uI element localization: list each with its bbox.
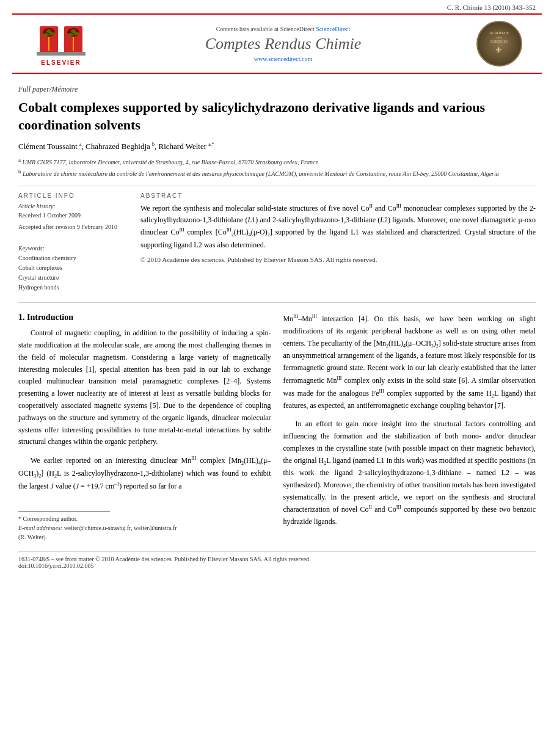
- journal-bar: C. R. Chimie 13 (2010) 343–352: [0, 0, 554, 13]
- svg-point-9: [67, 33, 73, 37]
- article-history-label: Article history:: [18, 203, 128, 209]
- abstract-copyright: © 2010 Académie des sciences. Published …: [140, 256, 536, 263]
- academy-emblem-icon: ACADÉMIE DES SCIENCES ⚜: [476, 21, 522, 67]
- right-paragraph-2: In an effort to gain more insight into t…: [283, 418, 536, 528]
- keyword-4: Hydrogen bonds: [18, 283, 128, 293]
- footer-issn: 1631-0748/$ – see front matter © 2010 Ac…: [18, 556, 536, 562]
- section-divider: [18, 302, 536, 303]
- affiliation-a: a UMR CNRS 7177, laboratoire Decomet, un…: [18, 156, 536, 167]
- journal-website: www.sciencedirect.com: [98, 56, 468, 62]
- abstract-heading: ABSTRACT: [140, 192, 536, 199]
- footnote-divider: [18, 511, 110, 512]
- article-info-column: ARTICLE INFO Article history: Received 1…: [18, 192, 128, 293]
- keyword-1: Coordination chemistry: [18, 253, 128, 263]
- affiliations-block: a UMR CNRS 7177, laboratoire Decomet, un…: [18, 156, 536, 179]
- intro-paragraph-1: Control of magnetic coupling, in additio…: [18, 327, 271, 448]
- body-left-column: 1. Introduction Control of magnetic coup…: [18, 313, 271, 542]
- elsevier-logo-icon: [34, 21, 89, 58]
- article-info-heading: ARTICLE INFO: [18, 192, 128, 199]
- footnote-area: * Corresponding author. E-mail addresses…: [18, 511, 271, 542]
- emblem-area: ACADÉMIE DES SCIENCES ⚜: [468, 21, 530, 67]
- svg-point-6: [43, 33, 49, 37]
- svg-point-8: [46, 29, 51, 33]
- intro-paragraph-2: We earlier reported on an interesting di…: [18, 454, 271, 493]
- abstract-text: We report the synthesis and molecular so…: [140, 203, 536, 251]
- paper-type-label: Full paper/Mémoire: [18, 85, 536, 94]
- elsevier-brand-label: ELSEVIER: [41, 59, 81, 66]
- keyword-2: Cobalt complexes: [18, 263, 128, 273]
- keyword-3: Crystal structure: [18, 273, 128, 283]
- body-right-column: MnIII–MnIII interaction [4]. On this bas…: [283, 313, 536, 542]
- keywords-label: Keywords:: [18, 245, 128, 252]
- sciencedirect-link[interactable]: ScienceDirect: [316, 26, 350, 32]
- abstract-column: ABSTRACT We report the synthesis and mol…: [140, 192, 536, 293]
- paper-title: Cobalt complexes supported by salicylich…: [18, 99, 536, 134]
- journal-citation: C. R. Chimie 13 (2010) 343–352: [447, 4, 536, 11]
- svg-rect-12: [37, 52, 86, 56]
- received-date: Received 1 October 2009: [18, 212, 128, 219]
- introduction-heading: 1. Introduction: [18, 313, 271, 322]
- journal-header: ELSEVIER Contents lists available at Sci…: [12, 13, 542, 74]
- corresponding-author-note: * Corresponding author. E-mail addresses…: [18, 514, 271, 542]
- journal-name: Comptes Rendus Chimie: [98, 35, 468, 53]
- sciencedirect-notice: Contents lists available at ScienceDirec…: [98, 26, 468, 32]
- accepted-date: Accepted after revision 9 February 2010: [18, 224, 128, 230]
- footer-doi: doi:10.1016/j.crci.2010.02.005: [18, 562, 536, 569]
- body-content: 1. Introduction Control of magnetic coup…: [18, 313, 536, 542]
- page: C. R. Chimie 13 (2010) 343–352: [0, 0, 554, 756]
- article-info-abstract-section: ARTICLE INFO Article history: Received 1…: [18, 186, 536, 293]
- journal-title-area: Contents lists available at ScienceDirec…: [98, 26, 468, 62]
- right-paragraph-1: MnIII–MnIII interaction [4]. On this bas…: [283, 313, 536, 412]
- author-toussaint: Clément Toussaint a, Chahrazed Beghidja …: [18, 142, 214, 151]
- svg-point-11: [71, 29, 76, 33]
- authors-line: Clément Toussaint a, Chahrazed Beghidja …: [18, 141, 536, 151]
- page-footer: 1631-0748/$ – see front matter © 2010 Ac…: [18, 551, 536, 569]
- affiliation-b: b Laboratoire de chimie moléculaire du c…: [18, 168, 536, 178]
- publisher-logo-area: ELSEVIER: [24, 21, 98, 66]
- main-content: Full paper/Mémoire Cobalt complexes supp…: [0, 74, 554, 581]
